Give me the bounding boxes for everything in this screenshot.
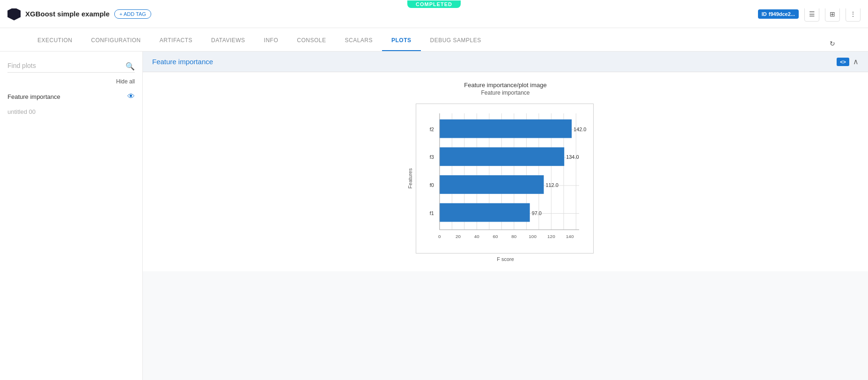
bar-f3 [439, 147, 564, 166]
x-tick-120: 120 [547, 234, 555, 239]
x-tick-100: 100 [529, 234, 537, 239]
bar-label-f1: 97.0 [531, 210, 541, 216]
main-layout: 🔍 Hide all Feature importance 👁 untitled… [0, 52, 868, 380]
hide-all-row: Hide all [0, 78, 142, 89]
add-tag-button[interactable]: + ADD TAG [114, 9, 151, 19]
y-label-f3: f3 [429, 154, 434, 160]
y-label-f0: f0 [429, 182, 434, 188]
bar-label-f3: 134.0 [566, 154, 579, 160]
plot-section: Feature importance <> ∧ Feature importan… [143, 52, 868, 271]
sidebar-item-feature-importance[interactable]: Feature importance 👁 [0, 89, 142, 104]
hide-all-button[interactable]: Hide all [116, 78, 135, 85]
y-label-f2: f2 [429, 127, 434, 132]
tab-debug-samples[interactable]: DEBUG SAMPLES [421, 30, 491, 51]
refresh-button[interactable]: ↻ [825, 36, 840, 51]
menu-button[interactable]: ⋮ [846, 7, 861, 22]
x-tick-60: 60 [493, 234, 498, 239]
chart-container: Feature importance/plot image Feature im… [407, 82, 604, 262]
app-title: XGBoost simple example [25, 10, 110, 18]
y-axis-label: Features [407, 168, 413, 188]
tab-execution[interactable]: EXECUTION [28, 30, 82, 51]
id-label: ID [762, 11, 767, 17]
sidebar-item-label: Feature importance [7, 93, 60, 100]
notes-button[interactable]: ☰ [804, 7, 819, 22]
bar-f2 [439, 119, 571, 138]
bar-f1 [439, 203, 530, 222]
chart-svg: 142.0 134.0 112.0 97.0 f2 f3 f0 f1 0 20 [416, 104, 594, 253]
nav-tabs: EXECUTION CONFIGURATION ARTIFACTS DATAVI… [0, 28, 868, 52]
status-bar: COMPLETED [0, 0, 868, 8]
sidebar-item-untitled[interactable]: untitled 00 [0, 104, 142, 119]
tab-configuration[interactable]: CONFIGURATION [82, 30, 150, 51]
x-tick-140: 140 [566, 234, 574, 239]
plot-header-actions: <> ∧ [837, 57, 859, 66]
x-tick-20: 20 [456, 234, 461, 239]
plot-title: Feature importance [152, 58, 213, 66]
tab-plots[interactable]: PLOTS [382, 30, 421, 51]
x-tick-0: 0 [438, 234, 441, 239]
tab-info[interactable]: INFO [255, 30, 288, 51]
sidebar-item-label-muted: untitled 00 [7, 108, 36, 115]
search-input[interactable] [7, 59, 135, 73]
code-button[interactable]: <> [837, 58, 849, 66]
bar-label-f2: 142.0 [574, 127, 586, 132]
plot-header: Feature importance <> ∧ [143, 52, 868, 72]
bar-label-f0: 112.0 [545, 182, 558, 188]
content-area: Feature importance <> ∧ Feature importan… [143, 52, 868, 380]
y-label-f1: f1 [429, 210, 434, 216]
collapse-button[interactable]: ∧ [853, 57, 859, 66]
logo-icon [7, 7, 21, 21]
tab-artifacts[interactable]: ARTIFACTS [150, 30, 202, 51]
search-icon[interactable]: 🔍 [125, 62, 135, 71]
header-right: ID f949dce2... ☰ ⊞ ⋮ [758, 7, 861, 22]
tab-scalars[interactable]: SCALARS [335, 30, 382, 51]
chart-title-main: Feature importance/plot image [407, 82, 604, 89]
layout-button[interactable]: ⊞ [825, 7, 840, 22]
x-axis-label: F score [407, 256, 604, 262]
id-value: f949dce2... [769, 11, 795, 17]
plot-content: Feature importance/plot image Feature im… [143, 72, 868, 271]
header-left: XGBoost simple example + ADD TAG [7, 7, 151, 21]
status-badge: COMPLETED [407, 0, 461, 8]
tab-console[interactable]: CONSOLE [287, 30, 335, 51]
tab-dataviews[interactable]: DATAVIEWS [202, 30, 255, 51]
chart-wrap: Features [407, 104, 604, 253]
search-container: 🔍 [0, 59, 142, 78]
x-tick-80: 80 [511, 234, 517, 239]
sidebar: 🔍 Hide all Feature importance 👁 untitled… [0, 52, 143, 380]
id-badge: ID f949dce2... [758, 9, 799, 19]
x-tick-40: 40 [474, 234, 479, 239]
eye-icon: 👁 [127, 92, 135, 101]
bar-f0 [439, 175, 544, 194]
chart-subtitle: Feature importance [407, 89, 604, 96]
